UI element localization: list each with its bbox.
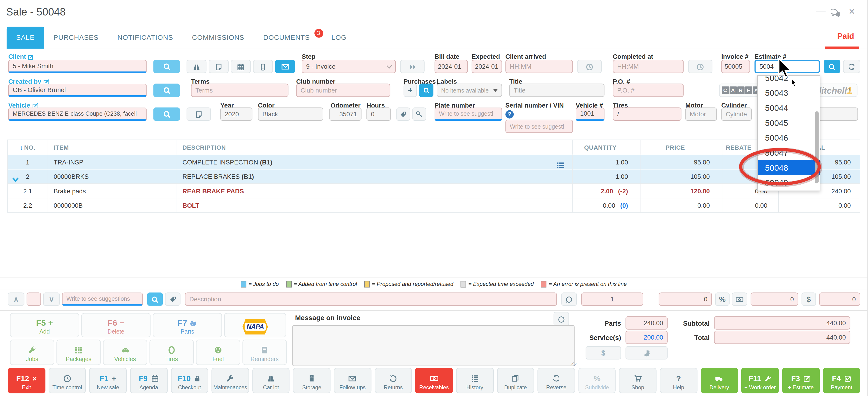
receivables-button[interactable]: Receivables — [415, 368, 453, 393]
duplicate-button[interactable]: Duplicate — [497, 368, 534, 393]
packages-button[interactable]: Packages — [56, 340, 101, 365]
tab-purchases[interactable]: PURCHASES — [44, 27, 108, 49]
tag-icon[interactable] — [397, 108, 410, 121]
line-number-input[interactable] — [27, 292, 41, 306]
time-control-button[interactable]: Time control — [49, 368, 86, 393]
client-email-icon[interactable] — [275, 60, 295, 73]
minimize-button[interactable]: — — [815, 5, 827, 18]
percent-button[interactable]: % — [715, 292, 730, 306]
table-row[interactable]: 1 TRA-INSP COMPLETE INSPECTION (B1) 1.00… — [8, 154, 860, 169]
tab-log[interactable]: LOG — [322, 27, 356, 49]
dollar-button[interactable]: $ — [802, 292, 816, 306]
parts-total-input[interactable] — [625, 316, 668, 330]
plate-input[interactable] — [435, 108, 502, 121]
cylinder-input[interactable] — [721, 108, 752, 121]
maintenances-button[interactable]: Maintenances — [212, 368, 249, 393]
step-forward-button[interactable] — [400, 60, 425, 73]
client-link[interactable]: Client — [8, 53, 34, 60]
sort-icon[interactable]: ↓ — [20, 144, 23, 151]
message-comment-icon[interactable] — [554, 312, 569, 326]
jobs-button[interactable]: Jobs — [10, 340, 54, 365]
labels-select[interactable]: No items available — [437, 84, 502, 97]
subtotal-input[interactable] — [714, 316, 850, 330]
table-row[interactable]: 2.1 Brake pads REAR BRAKE PADS 2.00(-2) … — [8, 183, 860, 198]
chat-icon[interactable] — [830, 5, 843, 18]
purchases-search-button[interactable] — [419, 84, 433, 97]
client-input[interactable] — [8, 60, 147, 73]
reverse-button[interactable]: Reverse — [538, 368, 575, 393]
add-button[interactable]: F5 +Add — [10, 313, 79, 337]
services-total-input[interactable] — [625, 331, 668, 344]
shop-button[interactable]: Shop — [619, 368, 656, 393]
estimate-refresh-button[interactable] — [843, 60, 860, 73]
rebate-money-icon[interactable] — [732, 292, 747, 306]
car-lot-button[interactable]: Car lot — [252, 368, 290, 393]
dropdown-item[interactable]: 50046 — [758, 130, 820, 145]
tab-commissions[interactable]: COMMISSIONS — [183, 27, 254, 49]
invoice-no-input[interactable] — [721, 60, 750, 73]
client-history-icon[interactable] — [187, 60, 207, 73]
line-total-input[interactable] — [819, 292, 860, 306]
returns-button[interactable]: Returns — [374, 368, 412, 393]
move-up-button[interactable]: ∧ — [8, 292, 25, 306]
completed-at-clock-icon[interactable] — [688, 60, 712, 73]
profit-pie-button[interactable] — [625, 346, 668, 360]
history-button[interactable]: History — [456, 368, 494, 393]
tires-button[interactable]: Tires — [150, 340, 194, 365]
rebate-input[interactable] — [751, 292, 798, 306]
fuel-button[interactable]: Fuel — [196, 340, 240, 365]
dropdown-item[interactable]: 50047 — [758, 145, 820, 160]
total-input[interactable] — [714, 331, 850, 344]
year-input[interactable] — [220, 108, 252, 121]
close-button[interactable]: × — [846, 5, 858, 18]
description-input[interactable] — [185, 292, 557, 306]
checkout-button[interactable]: F10Checkout — [171, 368, 208, 393]
color-input[interactable] — [258, 108, 323, 121]
serial-input[interactable] — [505, 120, 573, 133]
tab-sale[interactable]: SALE — [7, 27, 44, 49]
tab-documents[interactable]: DOCUMENTS3 — [254, 27, 322, 49]
serial-help-icon[interactable]: ? — [505, 110, 514, 119]
bill-date-input[interactable] — [435, 60, 468, 73]
tires-input[interactable] — [613, 108, 681, 121]
work-order-button[interactable]: F11+ Work order — [741, 368, 779, 393]
title-input[interactable] — [509, 84, 604, 97]
delivery-button[interactable]: Delivery — [701, 368, 738, 393]
invoice-message-textarea[interactable] — [292, 325, 575, 366]
estimate-button[interactable]: F3+ Estimate — [782, 368, 819, 393]
delete-button[interactable]: F6 −Delete — [81, 313, 151, 337]
estimate-search-button[interactable] — [824, 60, 840, 73]
vehicle-input[interactable] — [8, 108, 147, 121]
dropdown-item[interactable]: 50045 — [758, 115, 820, 130]
item-search-button[interactable] — [147, 292, 163, 306]
dropdown-scrollbar[interactable] — [815, 111, 819, 183]
payment-button[interactable]: F4Payment — [823, 368, 860, 393]
line-comment-icon[interactable] — [561, 292, 577, 306]
resize-handle[interactable]: ⟋⟋ — [570, 362, 577, 368]
expected-input[interactable] — [471, 60, 502, 73]
dropdown-item-selected[interactable]: 50048 — [758, 160, 820, 175]
item-tag-icon[interactable] — [165, 292, 181, 306]
vehicle-note-icon[interactable] — [187, 108, 211, 121]
estimate-no-input[interactable] — [754, 60, 820, 73]
created-by-search-button[interactable] — [153, 84, 180, 97]
exit-button[interactable]: F12×Exit — [8, 368, 45, 393]
price-input[interactable] — [659, 292, 712, 306]
client-phone-icon[interactable] — [253, 60, 273, 73]
quantity-input[interactable] — [581, 292, 643, 306]
tab-notifications[interactable]: NOTIFICATIONS — [108, 27, 183, 49]
hours-input[interactable] — [366, 108, 391, 121]
key-icon[interactable] — [412, 108, 426, 121]
created-by-input[interactable] — [8, 84, 147, 97]
dropdown-item[interactable]: 50049 — [758, 175, 820, 190]
purchases-add-button[interactable]: + — [404, 84, 417, 97]
agenda-button[interactable]: F9Agenda — [130, 368, 167, 393]
move-down-button[interactable]: ∨ — [43, 292, 60, 306]
club-number-input[interactable] — [296, 84, 390, 97]
po-input[interactable] — [613, 84, 684, 97]
completed-at-input[interactable] — [613, 60, 684, 73]
cost-dollar-button[interactable]: $ — [586, 346, 621, 360]
parts-button[interactable]: F7 Parts — [153, 313, 222, 337]
motor-input[interactable] — [685, 108, 717, 121]
follow-ups-button[interactable]: Follow-ups — [334, 368, 371, 393]
